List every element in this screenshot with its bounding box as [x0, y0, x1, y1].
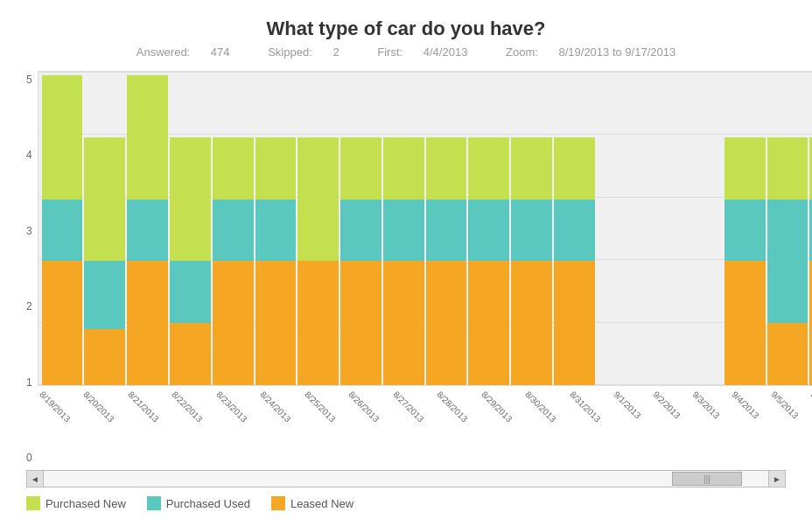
bar-segment-green	[213, 137, 254, 200]
bar-segment-orange	[511, 261, 552, 385]
bar-segment-green	[511, 137, 552, 200]
x-label-wrap: 9/1/2013	[615, 386, 653, 465]
scroll-thumb[interactable]: |||	[672, 472, 742, 486]
y-axis-label: 0	[26, 452, 38, 463]
legend-item: Purchased Used	[147, 496, 250, 510]
x-axis-label: 9/4/2013	[730, 389, 760, 420]
x-axis-label: 9/1/2013	[612, 389, 642, 420]
x-axis-label: 8/27/2013	[391, 389, 425, 424]
x-axis-label: 8/23/2013	[214, 389, 248, 424]
bar-segment-teal	[767, 200, 808, 324]
bar-segment-orange	[426, 261, 467, 385]
x-label-wrap: 8/19/2013	[41, 386, 84, 465]
bar-segment-green	[127, 75, 168, 200]
first-label: First: 4/4/2013	[368, 46, 480, 59]
x-axis-label: 8/20/2013	[81, 389, 116, 424]
y-axis-label: 3	[26, 226, 38, 236]
bar-segment-teal	[340, 200, 382, 262]
bar-segment-teal	[127, 200, 168, 262]
y-axis-label: 2	[26, 301, 38, 312]
bar-segment-green	[256, 137, 297, 200]
x-axis-label: 9/5/2013	[769, 389, 800, 420]
x-axis-label: 8/31/2013	[568, 389, 602, 424]
chart-inner: 8/19/20138/20/20138/21/20138/22/20138/23…	[38, 71, 812, 465]
bar-segment-green	[383, 137, 424, 200]
bar-group	[682, 75, 723, 385]
scroll-track[interactable]: |||	[44, 470, 768, 487]
bar-group	[554, 75, 595, 385]
bar-group	[639, 75, 680, 385]
answered-label: Answered: 474	[128, 46, 242, 59]
x-label-wrap: 8/31/2013	[571, 386, 614, 465]
x-label-wrap: 8/28/2013	[438, 386, 481, 465]
bar-group	[42, 75, 83, 385]
bar-group	[340, 75, 382, 385]
zoom-label: Zoom: 8/19/2013 to 9/17/2013	[497, 46, 684, 59]
main-container: What type of car do you have? Answered: …	[0, 0, 812, 519]
x-axis: 8/19/20138/20/20138/21/20138/22/20138/23…	[38, 386, 812, 465]
y-axis: 012345	[26, 71, 38, 465]
bar-segment-orange	[468, 261, 509, 385]
x-label-wrap: 8/27/2013	[395, 386, 438, 465]
bar-group	[127, 75, 168, 385]
bar-group	[426, 75, 467, 385]
y-axis-label: 5	[26, 74, 38, 85]
bar-segment-green	[426, 137, 467, 200]
bar-segment-green	[767, 137, 808, 200]
bar-segment-teal	[468, 200, 509, 262]
x-label-wrap: 9/5/2013	[773, 386, 810, 465]
bar-segment-green	[724, 137, 766, 200]
bar-segment-teal	[383, 200, 424, 262]
bar-segment-green	[468, 137, 509, 200]
x-axis-label: 8/26/2013	[346, 389, 381, 424]
bar-group	[84, 75, 125, 385]
scroll-right-button[interactable]: ►	[768, 470, 786, 487]
bar-segment-orange	[42, 261, 83, 385]
x-axis-label: 8/22/2013	[170, 389, 204, 424]
bar-group	[597, 75, 638, 385]
x-axis-label: 9/2/2013	[651, 389, 682, 420]
bar-group	[170, 75, 211, 385]
x-label-wrap: 8/20/2013	[85, 386, 128, 465]
legend-color-box	[147, 496, 161, 510]
legend-label: Leased New	[290, 497, 354, 510]
legend-item: Leased New	[271, 496, 354, 510]
bars-inner	[42, 75, 812, 385]
legend-color-box	[26, 496, 40, 510]
legend: Purchased NewPurchased UsedLeased New	[26, 496, 786, 510]
bar-segment-green	[42, 75, 83, 200]
x-axis-label: 8/24/2013	[258, 389, 292, 424]
x-label-wrap: 9/2/2013	[654, 386, 692, 465]
chart-wrapper: 012345 8/19/20138/20/20138/21/20138/22/2…	[26, 71, 786, 465]
x-axis-label: 8/28/2013	[435, 389, 469, 424]
legend-label: Purchased Used	[166, 497, 250, 510]
x-axis-label: 8/25/2013	[303, 389, 337, 424]
bar-segment-teal	[426, 200, 467, 262]
x-label-wrap: 8/26/2013	[350, 386, 393, 465]
x-label-wrap: 8/23/2013	[218, 386, 261, 465]
bar-segment-orange	[554, 261, 595, 385]
bar-segment-green	[554, 137, 595, 200]
y-axis-label: 1	[26, 377, 38, 388]
chart-subtitle: Answered: 474 Skipped: 2 First: 4/4/2013…	[119, 46, 693, 59]
grid-line	[38, 72, 812, 73]
legend-label: Purchased New	[46, 497, 126, 510]
bar-segment-orange	[213, 261, 254, 385]
x-axis-label: 8/21/2013	[126, 389, 160, 424]
bar-segment-teal	[170, 261, 211, 323]
bar-segment-green	[340, 137, 382, 200]
bar-segment-orange	[170, 323, 211, 385]
bar-segment-green	[170, 137, 211, 262]
x-label-wrap: 9/4/2013	[733, 386, 771, 465]
bar-segment-teal	[554, 200, 595, 262]
x-axis-label: 8/30/2013	[523, 389, 557, 424]
bar-group	[213, 75, 254, 385]
bar-segment-orange	[383, 261, 424, 385]
chart-area: 012345 8/19/20138/20/20138/21/20138/22/2…	[26, 71, 786, 510]
bar-segment-orange	[724, 261, 766, 385]
legend-color-box	[271, 496, 285, 510]
skipped-value: 2	[332, 46, 339, 59]
scroll-left-button[interactable]: ◄	[26, 470, 44, 487]
bar-group	[511, 75, 552, 385]
bar-segment-orange	[127, 261, 168, 385]
